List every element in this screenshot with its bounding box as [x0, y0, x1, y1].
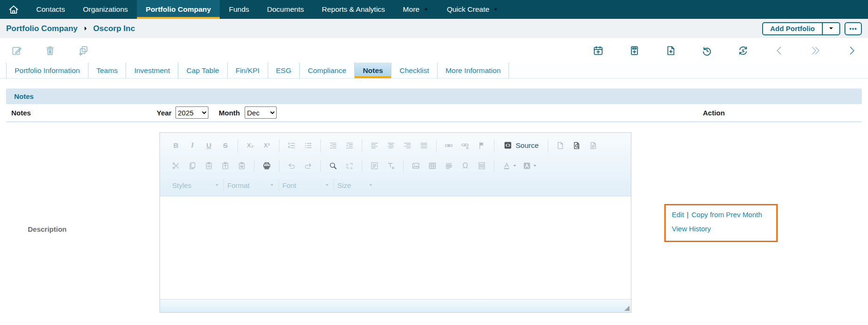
previous-record-button[interactable]: [774, 45, 785, 56]
paste-from-word-button[interactable]: [236, 160, 247, 171]
horizontal-rule-button[interactable]: [443, 160, 454, 171]
page-break-button[interactable]: [476, 160, 487, 171]
cut-button[interactable]: [170, 160, 182, 171]
templates-button[interactable]: [588, 140, 599, 151]
currency-refresh-button[interactable]: [738, 45, 749, 56]
home-button[interactable]: [0, 0, 27, 19]
anchor-flag-icon: [478, 141, 486, 150]
remove-format-button[interactable]: [385, 160, 397, 171]
font-dropdown[interactable]: Font: [280, 181, 332, 189]
chevron-down-icon: [513, 165, 516, 167]
horizontal-rule-icon: [445, 162, 453, 170]
clipboard-text-icon: [221, 162, 230, 170]
templates-icon: [589, 141, 597, 150]
align-left-button[interactable]: [369, 140, 380, 151]
tab-portfolio-information[interactable]: Portfolio Information: [6, 63, 88, 78]
bulleted-list-button[interactable]: [303, 140, 314, 151]
align-center-button[interactable]: [385, 140, 397, 151]
add-portfolio-dropdown-button[interactable]: [822, 23, 839, 34]
add-form-button[interactable]: [629, 45, 640, 56]
paste-plain-text-button[interactable]: [220, 160, 231, 171]
increase-indent-button[interactable]: [344, 140, 355, 151]
tab-teams[interactable]: Teams: [88, 63, 127, 78]
tab-checklist[interactable]: Checklist: [391, 63, 438, 78]
tab-compliance[interactable]: Compliance: [300, 63, 355, 78]
select-all-button[interactable]: [369, 160, 380, 171]
history-button[interactable]: [701, 45, 712, 56]
toolbar-separator: [334, 179, 334, 191]
special-character-button[interactable]: Ω: [460, 160, 471, 171]
find-button[interactable]: [327, 160, 339, 171]
add-portfolio-button[interactable]: Add Portfolio: [763, 23, 822, 34]
styles-dropdown[interactable]: Styles: [170, 181, 222, 189]
tab-fin-kpi[interactable]: Fin/KPI: [228, 63, 268, 78]
background-color-button[interactable]: [521, 160, 536, 171]
tab-investment[interactable]: Investment: [126, 63, 178, 78]
bold-button[interactable]: B: [170, 140, 182, 151]
align-justify-button[interactable]: [418, 140, 430, 151]
size-dropdown[interactable]: Size: [335, 181, 376, 189]
link-icon: [445, 141, 453, 150]
anchor-button[interactable]: [476, 140, 487, 151]
print-button[interactable]: [261, 160, 272, 171]
nav-item-quick-create[interactable]: Quick Create: [438, 0, 508, 19]
edit-button[interactable]: [11, 45, 22, 56]
italic-button[interactable]: I: [187, 140, 198, 151]
link-button[interactable]: [443, 140, 454, 151]
delete-button[interactable]: [45, 45, 56, 56]
add-event-button[interactable]: [593, 45, 604, 56]
page-break-icon: [478, 162, 486, 170]
text-color-button[interactable]: [501, 160, 516, 171]
strikethrough-button[interactable]: S: [220, 140, 231, 151]
underline-button[interactable]: U: [203, 140, 215, 151]
undo-button[interactable]: [286, 160, 297, 171]
paste-button[interactable]: [203, 160, 215, 171]
nav-item-funds[interactable]: Funds: [220, 0, 258, 19]
year-select[interactable]: 2025: [175, 106, 208, 119]
next-record-button[interactable]: [846, 45, 857, 56]
copy-from-prev-month-link[interactable]: Copy from Prev Month: [692, 211, 762, 219]
view-history-link[interactable]: View History: [672, 225, 711, 233]
insert-table-button[interactable]: [427, 160, 438, 171]
action-line-1: Edit|Copy from Prev Month: [672, 211, 776, 219]
tab-cap-table[interactable]: Cap Table: [178, 63, 228, 78]
subscript-button[interactable]: X₂: [245, 140, 256, 151]
add-file-button[interactable]: [665, 45, 676, 56]
source-button[interactable]: Source: [501, 141, 541, 150]
nav-item-contacts[interactable]: Contacts: [27, 0, 74, 19]
resize-handle[interactable]: [624, 306, 629, 311]
unlink-button[interactable]: [460, 140, 471, 151]
numbered-list-button[interactable]: [286, 140, 297, 151]
nav-item-portfolio-company[interactable]: Portfolio Company: [137, 0, 220, 19]
decrease-indent-button[interactable]: [327, 140, 339, 151]
new-page-button[interactable]: [555, 140, 566, 151]
nav-item-more[interactable]: More: [394, 0, 438, 19]
tab-more-information[interactable]: More Information: [438, 63, 509, 78]
copy-button[interactable]: [187, 160, 198, 171]
unlink-icon: [461, 141, 470, 150]
tab-notes[interactable]: Notes: [355, 63, 391, 78]
fast-forward-button[interactable]: [810, 45, 821, 56]
edit-link[interactable]: Edit: [672, 211, 684, 219]
decrease-indent-icon: [329, 141, 337, 150]
chevron-left-icon: [774, 45, 785, 56]
nav-item-reports-analytics[interactable]: Reports & Analytics: [313, 0, 394, 19]
text-color-icon: [502, 162, 511, 170]
preview-button[interactable]: [571, 140, 582, 151]
nav-item-documents[interactable]: Documents: [258, 0, 313, 19]
nav-item-label: More: [403, 5, 419, 14]
align-right-button[interactable]: [402, 140, 413, 151]
more-options-button[interactable]: •••: [844, 22, 862, 35]
month-select[interactable]: Dec: [245, 106, 277, 119]
tab-esg[interactable]: ESG: [268, 63, 300, 78]
duplicate-button[interactable]: [78, 45, 89, 56]
format-dropdown[interactable]: Format: [225, 181, 277, 189]
breadcrumb-portfolio-company[interactable]: Portfolio Company: [6, 24, 78, 33]
superscript-button[interactable]: X²: [261, 140, 272, 151]
insert-image-button[interactable]: [410, 160, 422, 171]
select-all-icon: [370, 162, 379, 170]
replace-button[interactable]: [344, 160, 355, 171]
editor-content[interactable]: [160, 196, 631, 299]
redo-button[interactable]: [303, 160, 314, 171]
nav-item-organizations[interactable]: Organizations: [74, 0, 137, 19]
